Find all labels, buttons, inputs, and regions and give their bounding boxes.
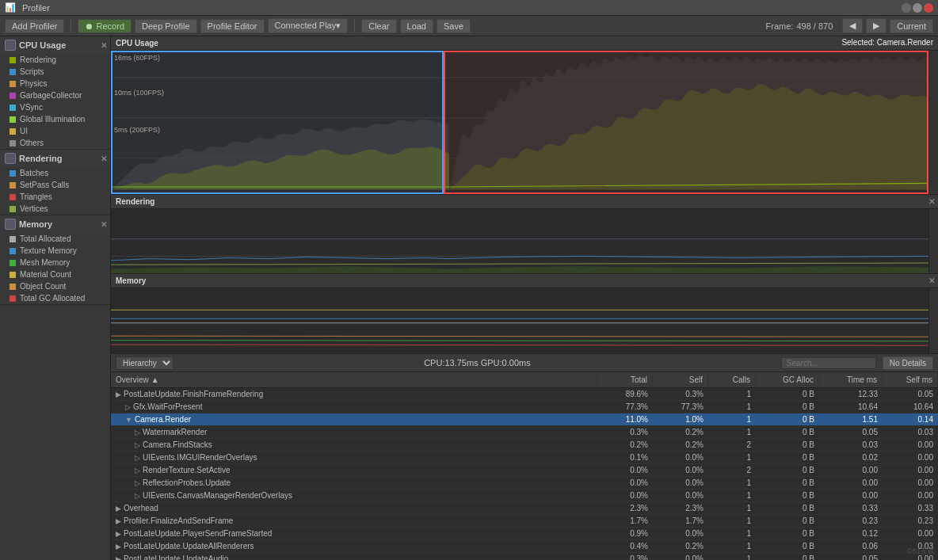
sidebar-item[interactable]: Mesh Memory (0, 257, 110, 269)
search-input[interactable] (781, 357, 876, 369)
cell-overview: ▶ Profiler.FinalizeAndSendFrame (111, 516, 597, 526)
no-details-btn[interactable]: No Details (883, 356, 933, 370)
cpu-chart-main[interactable]: 16ms (60FPS) 10ms (100FPS) 5ms (200FPS) (111, 51, 928, 194)
memory-close-btn[interactable]: ✕ (101, 220, 107, 229)
sidebar: CPU Usage ✕ RenderingScriptsPhysicsGarba… (0, 36, 111, 560)
sidebar-item[interactable]: Physics (0, 78, 110, 90)
sidebar-item[interactable]: Scripts (0, 66, 110, 78)
sidebar-item[interactable]: Batches (0, 167, 110, 179)
connected-player-btn[interactable]: Connected Play▾ (268, 18, 349, 33)
cpu-chart-svg (111, 51, 928, 194)
table-header: Overview ▲ Total Self Calls GC Alloc Tim… (111, 372, 938, 388)
table-row[interactable]: ▷ UIEvents.IMGUIRenderOverlays 0.1% 0.0%… (111, 451, 938, 464)
sidebar-item[interactable]: UI (0, 125, 110, 137)
rendering-chart-close-btn[interactable]: ✕ (928, 197, 935, 206)
sidebar-item[interactable]: VSync (0, 101, 110, 113)
window-controls (902, 3, 933, 13)
color-dot (10, 81, 16, 87)
cpu-chart-scrollbar[interactable] (928, 51, 938, 194)
minimize-btn[interactable] (902, 3, 911, 13)
cell-selfms: 0.00 (883, 478, 938, 488)
color-dot (10, 128, 16, 135)
sidebar-item[interactable]: SetPass Calls (0, 179, 110, 191)
col-selfms-header[interactable]: Self ms (883, 372, 938, 387)
table-row[interactable]: ▷ Gfx.WaitForPresent 77.3% 77.3% 1 0 B 1… (111, 401, 938, 413)
col-self-header[interactable]: Self (653, 372, 708, 387)
cell-timems: 0.00 (819, 478, 883, 488)
table-row[interactable]: ▶ Profiler.FinalizeAndSendFrame 1.7% 1.7… (111, 515, 938, 528)
table-row[interactable]: ▶ PostLateUpdate.UpdateAllRenderers 0.4%… (111, 540, 938, 553)
color-dot (10, 260, 16, 266)
table-row[interactable]: ▼ Camera.Render 11.0% 1.0% 1 0 B 1.51 0.… (111, 413, 938, 426)
deep-profile-btn[interactable]: Deep Profile (135, 19, 197, 33)
clear-btn[interactable]: Clear (361, 19, 396, 33)
toolbar: Add Profiler ⏺ Record Deep Profile Profi… (0, 16, 938, 36)
table-row[interactable]: ▶ PostLateUpdate.PlayerSendFrameStarted … (111, 528, 938, 540)
col-timems-header[interactable]: Time ms (819, 372, 883, 387)
cell-timems: 0.23 (819, 516, 883, 526)
current-badge: Current (890, 19, 933, 33)
cell-overview: ▶ PostLateUpdate.UpdateAllRenderers (111, 541, 597, 551)
color-dot (10, 105, 16, 111)
memory-chart-close-btn[interactable]: ✕ (928, 276, 935, 285)
next-frame-btn[interactable]: ▶ (866, 18, 887, 33)
table-row[interactable]: ▷ ReflectionProbes.Update 0.0% 0.0% 1 0 … (111, 477, 938, 490)
col-calls-header[interactable]: Calls (708, 372, 756, 387)
expand-icon: ▶ (116, 555, 121, 561)
sidebar-item[interactable]: Object Count (0, 280, 110, 292)
sidebar-item[interactable]: Global Illumination (0, 113, 110, 125)
cell-timems: 0.00 (819, 490, 883, 501)
prev-frame-btn[interactable]: ◀ (842, 18, 863, 33)
record-btn[interactable]: ⏺ Record (78, 19, 132, 33)
table-row[interactable]: ▶ Overhead 2.3% 2.3% 1 0 B 0.33 0.33 (111, 502, 938, 515)
close-btn[interactable] (924, 3, 933, 13)
cpu-section-header[interactable]: CPU Usage ✕ (0, 36, 110, 54)
cell-gcalloc: 0 B (756, 554, 819, 560)
sidebar-item[interactable]: Triangles (0, 191, 110, 203)
col-gcalloc-header[interactable]: GC Alloc (756, 372, 819, 387)
col-overview-header[interactable]: Overview ▲ (111, 372, 597, 387)
hierarchy-dropdown[interactable]: Hierarchy (116, 356, 173, 370)
rendering-chart-main[interactable] (111, 209, 928, 273)
add-profiler-btn[interactable]: Add Profiler (5, 19, 64, 33)
profile-editor-btn[interactable]: Profile Editor (200, 19, 265, 33)
toolbar-separator-2 (354, 20, 355, 32)
save-btn[interactable]: Save (437, 19, 471, 33)
memory-chart-scrollbar[interactable] (928, 288, 938, 353)
cell-calls: 1 (708, 402, 756, 412)
memory-chart-main[interactable] (111, 288, 928, 353)
cell-total: 2.3% (597, 503, 653, 513)
rendering-chart-scrollbar[interactable] (928, 209, 938, 273)
sidebar-item[interactable]: Others (0, 137, 110, 149)
table-row[interactable]: ▷ Camera.FindStacks 0.2% 0.2% 2 0 B 0.03… (111, 439, 938, 451)
sidebar-item[interactable]: Total GC Allocated (0, 292, 110, 304)
sidebar-item[interactable]: Rendering (0, 54, 110, 66)
rendering-section-header[interactable]: Rendering ✕ (0, 150, 110, 167)
sidebar-item[interactable]: Vertices (0, 203, 110, 215)
table-row[interactable]: ▷ UIEvents.CanvasManagerRenderOverlays 0… (111, 490, 938, 502)
cell-self: 0.2% (653, 541, 708, 551)
sidebar-item[interactable]: GarbageCollector (0, 90, 110, 101)
expand-icon: ▷ (135, 441, 140, 449)
table-row[interactable]: ▶ PostLateUpdate.FinishFrameRendering 89… (111, 388, 938, 401)
table-row[interactable]: ▶ PostLateUpdate.UpdateAudio 0.3% 0.0% 1… (111, 553, 938, 560)
sidebar-item[interactable]: Texture Memory (0, 245, 110, 257)
sidebar-item[interactable]: Material Count (0, 269, 110, 280)
cpu-close-btn[interactable]: ✕ (101, 41, 107, 50)
table-row[interactable]: ▷ WatermarkRender 0.3% 0.2% 1 0 B 0.05 0… (111, 426, 938, 439)
maximize-btn[interactable] (913, 3, 922, 13)
memory-chart-section: Memory ✕ (111, 274, 938, 353)
cell-calls: 1 (708, 389, 756, 399)
memory-chart-svg (111, 288, 928, 353)
cell-overview: ▷ ReflectionProbes.Update (111, 478, 597, 488)
col-total-header[interactable]: Total (597, 372, 653, 387)
memory-section-header[interactable]: Memory ✕ (0, 215, 110, 233)
cell-selfms: 0.05 (883, 389, 938, 399)
sidebar-item[interactable]: Total Allocated (0, 233, 110, 245)
cell-timems: 1.51 (819, 414, 883, 425)
table-row[interactable]: ▷ RenderTexture.SetActive 0.0% 0.0% 2 0 … (111, 464, 938, 477)
color-dot (10, 69, 16, 75)
load-btn[interactable]: Load (400, 19, 433, 33)
table-body[interactable]: ▶ PostLateUpdate.FinishFrameRendering 89… (111, 388, 938, 560)
rendering-close-btn[interactable]: ✕ (101, 154, 107, 163)
